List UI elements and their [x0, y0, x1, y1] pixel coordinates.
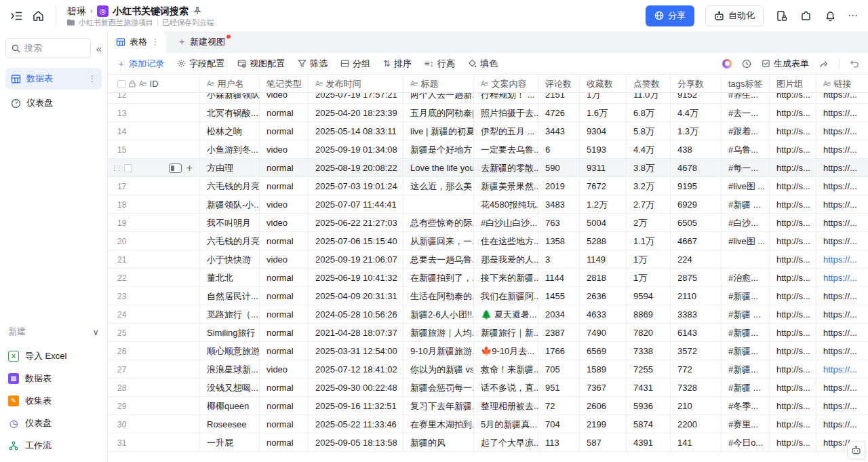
fill-color-button[interactable]: 填色 [468, 58, 498, 70]
cell-time[interactable]: 2025-09-30 00:22:48 [309, 379, 403, 397]
cell-likes[interactable]: 7431 [627, 379, 671, 397]
cell-user[interactable]: 北冥有锅酸... [200, 104, 260, 122]
cell-shares[interactable]: 210 [671, 397, 722, 415]
cell-tags[interactable]: #赛里... [722, 415, 770, 434]
cell-id[interactable]: 21 [108, 250, 200, 269]
assistant-float-button[interactable] [847, 441, 865, 459]
cell-tags[interactable]: #乌鲁... [722, 140, 770, 159]
cell-tags[interactable]: #白沙... [722, 214, 770, 232]
cell-comments[interactable]: 590 [538, 159, 580, 177]
cell-user[interactable]: 方由理 [200, 159, 260, 177]
column-header-title[interactable]: A≡标题 [403, 75, 474, 93]
cell-type[interactable]: video [260, 250, 309, 269]
cell-user[interactable]: 六毛钱的月亮 [200, 177, 260, 195]
cell-title[interactable]: 生活在阿勒泰的... [403, 287, 474, 305]
cell-content[interactable]: 我们在新疆阿... [474, 287, 538, 305]
view-config-button[interactable]: 视图配置 [237, 58, 285, 70]
cell-id[interactable]: 14 [108, 122, 200, 140]
cell-id[interactable]: 15 [108, 140, 200, 159]
cell-likes[interactable]: 5874 [627, 415, 671, 434]
cell-images[interactable]: http://s... [770, 250, 816, 269]
cell-title[interactable] [403, 195, 474, 214]
cell-images[interactable]: http://s... [770, 342, 816, 360]
cell-title[interactable]: 在赛里木湖拍到... [403, 415, 474, 434]
cell-title[interactable]: 总有些惊奇的际... [403, 214, 474, 232]
cell-link[interactable]: https://... [816, 305, 868, 324]
cell-id[interactable]: 20 [108, 232, 200, 250]
cell-title[interactable]: 新疆是个好地方 [403, 140, 474, 159]
cell-likes[interactable]: 3.8万 [627, 159, 671, 177]
cell-likes[interactable]: 6.8万 [627, 104, 671, 122]
cell-id[interactable]: 17 [108, 177, 200, 195]
cell-title[interactable]: 从新疆回来，一... [403, 232, 474, 250]
cell-link[interactable]: https://... [816, 250, 868, 269]
cell-shares[interactable]: 2110 [671, 287, 722, 305]
cell-user[interactable]: 松林之响 [200, 122, 260, 140]
cell-time[interactable]: 2025-09-16 11:32:51 [309, 397, 403, 415]
cell-type[interactable]: video [260, 140, 309, 159]
cell-images[interactable]: http://s... [770, 287, 816, 305]
create-item-form[interactable]: ✎ 收集表 [5, 389, 102, 412]
cell-type[interactable]: normal [260, 177, 309, 195]
expand-record-button[interactable] [169, 163, 182, 173]
insert-row-button[interactable]: + [186, 163, 193, 173]
filter-button[interactable]: 筛选 [298, 58, 328, 70]
cell-shares[interactable]: 2200 [671, 415, 722, 434]
table-row[interactable]: 27浪浪星球新...video2025-07-12 18:41:02你以为的新疆… [108, 360, 868, 379]
cell-type[interactable]: normal [260, 434, 309, 452]
cell-favs[interactable]: 2818 [580, 269, 627, 287]
cell-id[interactable]: 12 [108, 93, 200, 104]
cell-favs[interactable]: 2636 [580, 287, 627, 305]
home-icon[interactable] [31, 9, 45, 22]
cell-time[interactable]: 2025-06-19 10:41:32 [309, 269, 403, 287]
cell-title[interactable]: 两个人去一趟新... [403, 93, 474, 104]
column-header-images[interactable]: 图片组 [770, 75, 816, 93]
cell-likes[interactable]: 7820 [627, 324, 671, 342]
cell-time[interactable]: 2021-04-28 18:07:37 [309, 324, 403, 342]
cell-shares[interactable]: 3572 [671, 342, 722, 360]
cell-favs[interactable]: 1.6万 [580, 104, 627, 122]
cell-title[interactable]: 新疆旅游｜人均... [403, 324, 474, 342]
automation-button[interactable]: 自动化 [705, 5, 764, 26]
cell-comments[interactable]: 1144 [538, 269, 580, 287]
cell-comments[interactable]: 3483 [538, 195, 580, 214]
cell-tags[interactable]: #新疆 ... [722, 195, 770, 214]
cell-images[interactable]: http://s... [770, 415, 816, 434]
cell-likes[interactable]: 1万 [627, 250, 671, 269]
cell-title[interactable]: 新疆的风 [403, 434, 474, 452]
cell-user[interactable]: 觅路旅行（... [200, 305, 260, 324]
cell-id[interactable]: 19 [108, 214, 200, 232]
table-row[interactable]: 31一升屁normal2025-09-05 18:13:58新疆的风起了个大早凉… [108, 434, 868, 452]
column-header-content[interactable]: A≡文案内容 [474, 75, 538, 93]
cell-tags[interactable]: #live图 ... [722, 232, 770, 250]
table-row[interactable]: 29椰椰queennormal2025-09-16 11:32:51复习下去年新… [108, 397, 868, 415]
cell-comments[interactable]: 704 [538, 415, 580, 434]
cell-time[interactable]: 2025-03-31 12:54:00 [309, 342, 403, 360]
cell-images[interactable]: http://s... [770, 177, 816, 195]
cell-type[interactable]: normal [260, 232, 309, 250]
cell-user[interactable]: 小鱼游到冬... [200, 140, 260, 159]
cell-likes[interactable]: 7255 [627, 360, 671, 379]
cell-tags[interactable]: #新疆... [722, 360, 770, 379]
cell-tags[interactable]: #新疆... [722, 342, 770, 360]
cell-link[interactable]: https://... [816, 397, 868, 415]
cell-title[interactable]: 9-10月新疆旅游... [403, 342, 474, 360]
cell-favs[interactable]: 1149 [580, 250, 627, 269]
cell-time[interactable]: 2025-06-22 21:27:03 [309, 214, 403, 232]
cell-time[interactable]: 2025-08-19 20:08:22 [309, 159, 403, 177]
cell-title[interactable]: Love the life you... [403, 159, 474, 177]
cell-shares[interactable]: 4667 [671, 232, 722, 250]
cell-comments[interactable]: 705 [538, 360, 580, 379]
cell-images[interactable]: http://s... [770, 93, 816, 104]
column-header-user[interactable]: A≡用户名 [200, 75, 260, 93]
table-row[interactable]: ⋮⋮+方由理normal2025-08-19 20:08:22Love the … [108, 159, 868, 177]
cell-user[interactable]: 董北北 [200, 269, 260, 287]
cell-comments[interactable]: 763 [538, 214, 580, 232]
cell-shares[interactable]: 7328 [671, 379, 722, 397]
cell-id[interactable]: 29 [108, 397, 200, 415]
table-row[interactable]: 22董北北normal2025-06-19 10:41:32在新疆拍到了，...… [108, 269, 868, 287]
cell-type[interactable]: normal [260, 122, 309, 140]
column-header-favs[interactable]: 收藏数 [580, 75, 627, 93]
cell-tags[interactable]: #新疆... [722, 287, 770, 305]
cell-likes[interactable]: 7338 [627, 342, 671, 360]
